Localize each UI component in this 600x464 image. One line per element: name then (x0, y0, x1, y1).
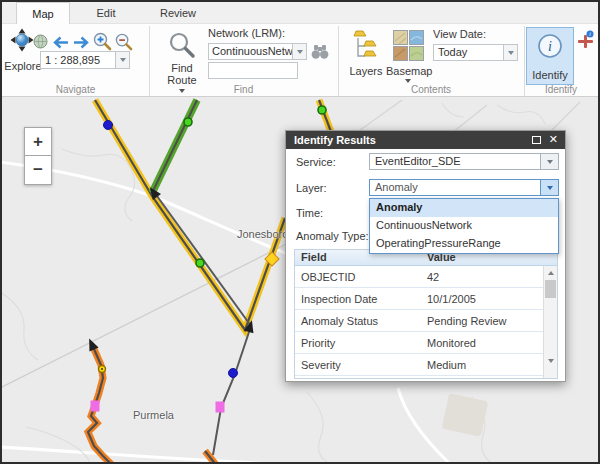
basemap-road (2, 447, 302, 462)
layer-dropdown-button[interactable] (540, 180, 558, 195)
basemap-road (398, 388, 450, 462)
binoculars-icon (311, 44, 329, 60)
layer-value: Anomaly (370, 180, 540, 195)
table-row[interactable]: OBJECTID42 (295, 266, 557, 288)
service-label: Service: (296, 156, 336, 168)
network-combobox[interactable]: ContinuousNetwork (208, 43, 307, 60)
layers-button-label: Layers (345, 65, 387, 77)
service-combobox[interactable]: EventEditor_SDE (369, 153, 559, 170)
view-date-dropdown-button[interactable] (503, 45, 517, 60)
tab-edit[interactable]: Edit (70, 2, 142, 24)
field-cell: Inspection Date (295, 293, 421, 305)
globe-icon (33, 34, 48, 49)
scale-dropdown-button[interactable] (115, 52, 129, 68)
table-row[interactable]: Date Closed<null> (295, 376, 557, 379)
service-dropdown-button[interactable] (540, 154, 558, 169)
route-yellow-core (95, 100, 285, 330)
maximize-icon[interactable] (532, 136, 541, 144)
tab-review[interactable]: Review (142, 2, 214, 24)
view-date-combobox[interactable]: Today (433, 44, 518, 61)
identify-route-location-button[interactable]: i (577, 30, 595, 52)
find-location-button[interactable] (311, 44, 329, 62)
value-cell: 42 (421, 271, 557, 283)
previous-extent-button[interactable] (52, 36, 69, 51)
scroll-down-button[interactable] (544, 354, 557, 367)
table-row[interactable]: SeverityMedium (295, 354, 557, 376)
explore-button[interactable] (10, 28, 34, 52)
value-cell: Monitored (421, 337, 557, 349)
explore-button-label: Explore (2, 60, 44, 72)
zoom-in-icon (93, 32, 112, 51)
identify-group-label: Identify (524, 84, 598, 96)
scrollbar-thumb[interactable] (545, 280, 556, 298)
basemap-button-label: Basemap (386, 65, 432, 77)
green-point-marker (318, 106, 326, 114)
anomaly-type-label: Anomaly Type: (296, 230, 369, 242)
layer-combobox[interactable]: Anomaly (369, 179, 559, 196)
tab-map-label: Map (32, 8, 53, 20)
trace-line (213, 329, 250, 455)
green-point-marker (184, 118, 192, 126)
dropdown-option-continuousnetwork[interactable]: ContinuousNetwork (370, 217, 558, 235)
scroll-up-icon (548, 271, 554, 275)
next-extent-button[interactable] (73, 36, 90, 51)
route-input[interactable] (208, 62, 298, 79)
map-zoom-out-button[interactable]: − (24, 156, 52, 185)
zoom-out-icon (115, 33, 133, 51)
chevron-down-icon (547, 160, 553, 164)
chevron-down-icon (547, 186, 553, 190)
layer-label: Layer: (296, 182, 327, 194)
service-value: EventEditor_SDE (370, 154, 540, 169)
find-route-label-line1: Find (161, 62, 203, 74)
table-row[interactable]: PriorityMonitored (295, 332, 557, 354)
find-route-icon (169, 32, 196, 59)
view-date-value: Today (434, 45, 503, 60)
dialog-title: Identify Results (294, 134, 376, 146)
network-lrm-label: Network (LRM): (208, 27, 308, 39)
identify-button[interactable]: i Identify (526, 27, 574, 85)
table-scrollbar[interactable] (543, 266, 557, 378)
chevron-down-icon (120, 58, 126, 62)
tab-edit-label: Edit (97, 7, 116, 19)
field-cell: Anomaly Status (295, 315, 421, 327)
basemap-dropdown-caret[interactable] (405, 79, 411, 83)
layers-button[interactable] (353, 29, 379, 65)
tab-map[interactable]: Map (16, 2, 70, 24)
field-cell: Priority (295, 337, 421, 349)
network-dropdown-button[interactable] (292, 44, 306, 59)
blue-point-marker (104, 121, 113, 130)
full-extent-button[interactable] (33, 34, 48, 51)
dialog-titlebar[interactable]: Identify Results (286, 131, 565, 149)
identify-button-label: Identify (532, 69, 567, 81)
table-row[interactable]: Inspection Date10/1/2005 (295, 288, 557, 310)
find-route-button[interactable] (169, 32, 196, 61)
zoom-in-tool[interactable] (93, 32, 112, 53)
chevron-down-icon (508, 51, 514, 55)
dropdown-option-anomaly[interactable]: Anomaly (370, 199, 558, 217)
green-point-marker (196, 259, 204, 267)
explore-icon (10, 28, 34, 52)
railroad-line (2, 221, 332, 388)
value-cell: 10/1/2005 (421, 293, 557, 305)
view-date-label: View Date: (433, 28, 497, 40)
layers-icon (353, 29, 379, 63)
yellow-point-marker-center (101, 368, 103, 370)
scroll-up-button[interactable] (544, 266, 557, 279)
basemap-icon (393, 30, 424, 61)
table-row[interactable]: Anomaly StatusPending Review (295, 310, 557, 332)
chevron-down-icon (297, 50, 303, 54)
identify-results-dialog: Identify Results ✕ Service: EventEditor_… (285, 130, 566, 382)
pink-point-marker (91, 401, 100, 412)
forward-arrow-icon (73, 36, 90, 49)
place-label-purmela: Purmela (133, 409, 174, 421)
field-cell: Severity (295, 359, 421, 371)
scroll-down-icon (548, 359, 554, 363)
map-zoom-in-button[interactable]: + (24, 127, 52, 156)
close-icon[interactable]: ✕ (549, 133, 558, 146)
scale-combobox[interactable]: 1 : 288,895 (40, 51, 130, 69)
route-green-core (152, 100, 197, 193)
basemap-button[interactable] (393, 30, 424, 63)
value-cell: Medium (421, 359, 557, 371)
dropdown-option-operatingpressurerange[interactable]: OperatingPressureRange (370, 235, 558, 253)
zoom-out-tool[interactable] (115, 33, 133, 53)
